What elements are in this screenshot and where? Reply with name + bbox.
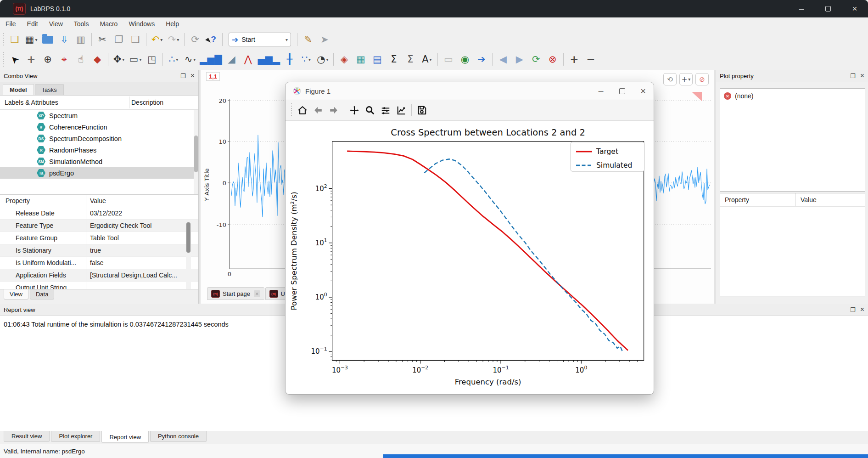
column-divider[interactable] [129, 96, 129, 108]
tool-macro-execute[interactable]: ➤ [317, 32, 332, 47]
tree-item-psdErgo[interactable]: TapsdErgo [0, 167, 198, 179]
window-maximize-button[interactable] [815, 0, 841, 17]
window-close-button[interactable]: × [841, 0, 868, 17]
tool-plot-area[interactable]: ◢ [224, 51, 239, 67]
tool-text-format[interactable]: A▾ [419, 51, 435, 67]
window-minimize-button[interactable]: ─ [788, 0, 815, 17]
menu-help[interactable]: Help [160, 18, 185, 29]
tree-item-Spectrum[interactable]: XPSpectrum [0, 110, 198, 121]
menu-file[interactable]: File [0, 18, 22, 29]
tree-item-RandomPhases[interactable]: RRandomPhases [0, 144, 198, 156]
tool-open-document[interactable] [40, 32, 56, 47]
tool-plot-points[interactable]: ∴▾ [166, 51, 181, 67]
tool-page-refresh[interactable]: ⟳ [528, 51, 544, 67]
tool-selection-box[interactable]: ▭▾ [128, 51, 143, 67]
tool-grid-surface[interactable]: ▦ [353, 51, 369, 67]
tool-select[interactable]: ➤ [7, 51, 22, 67]
menu-tools[interactable]: Tools [68, 18, 95, 29]
tree-scrollbar[interactable] [194, 110, 198, 194]
mdi-sync-view-button[interactable]: ⟲ [663, 73, 677, 85]
figure-minimize-button[interactable]: ─ [590, 82, 611, 100]
home-button[interactable] [295, 102, 310, 119]
back-button[interactable] [310, 102, 326, 119]
menu-windows[interactable]: Windows [123, 18, 160, 29]
figure-maximize-button[interactable] [611, 82, 633, 100]
tool-macro-edit[interactable]: ✎ [300, 32, 316, 47]
tool-web-browser[interactable]: ◉ [457, 51, 473, 67]
tab-result-view[interactable]: Result view [4, 431, 50, 442]
tool-add-point[interactable]: + [23, 51, 39, 67]
tab-close-icon[interactable]: × [254, 290, 260, 297]
mdi-tab-start-page[interactable]: (π)Start page× [207, 287, 264, 300]
tool-plot-scatter[interactable]: ∵▾ [298, 51, 314, 67]
tool-new-spreadsheet[interactable]: ▦▾ [23, 32, 39, 47]
tab-plot-explorer[interactable]: Plot explorer [51, 431, 100, 442]
tree-item-SimulationMethod[interactable]: SMSimulationMethod [0, 156, 198, 167]
mdi-block-updates-button[interactable]: ⊘ [695, 73, 709, 85]
tool-plot-curve[interactable]: ⋀ [240, 51, 256, 67]
tool-pill[interactable]: ▭ [441, 51, 456, 67]
tool-table-edit[interactable]: ▤ [370, 51, 385, 67]
tool-crosshair[interactable]: ⌖ [56, 51, 72, 67]
tool-fit-view[interactable]: ◳ [144, 51, 160, 67]
tool-refresh[interactable]: ⟳ [187, 32, 203, 47]
tool-move-mode[interactable]: ✥▾ [111, 51, 127, 67]
tool-plot-line[interactable]: ∿▾ [182, 51, 198, 67]
dock-close-icon[interactable]: × [190, 72, 195, 80]
property-row[interactable]: Feature GroupTable Tool [0, 232, 198, 244]
tool-print[interactable]: ▥ [73, 32, 89, 47]
tab-report-view[interactable]: Report view [101, 431, 149, 443]
tool-solid-hexahedron[interactable]: ◈ [336, 51, 352, 67]
tool-table-sum[interactable]: Σ [386, 51, 402, 67]
tool-save-document[interactable]: ⇩ [56, 32, 72, 47]
toolbar-handle[interactable] [2, 33, 5, 46]
property-row[interactable]: Application Fields[Structural Design,Loa… [0, 269, 198, 282]
tool-plot-pie[interactable]: ◔▾ [315, 51, 330, 67]
tool-zoom-out[interactable]: − [583, 51, 599, 67]
tool-sigma[interactable]: Σ [403, 51, 418, 67]
save-button[interactable] [414, 102, 430, 119]
menu-edit[interactable]: Edit [22, 18, 44, 29]
tab-python-console[interactable]: Python console [150, 431, 207, 442]
tool-zoom-in[interactable]: + [566, 51, 582, 67]
dock-close-icon[interactable]: × [860, 305, 864, 314]
subplots-button[interactable] [378, 102, 393, 119]
property-scrollbar[interactable] [186, 221, 191, 289]
tree-item-CoherenceFunction[interactable]: #CoherenceFunction [0, 121, 198, 133]
workbench-selector[interactable]: ➔ Start ▾ [229, 33, 291, 46]
tool-center-view[interactable]: ⊕ [40, 51, 56, 67]
tab-model[interactable]: Model [3, 84, 34, 95]
property-row[interactable]: Feature TypeErgodicity Check Tool [0, 220, 198, 232]
customize-button[interactable] [393, 102, 409, 119]
tool-go-forward[interactable]: ➔ [474, 51, 489, 67]
dock-float-icon[interactable]: ❐ [850, 73, 856, 79]
tool-plot-histogram[interactable]: ▄▆▂ [257, 51, 280, 67]
tool-cut[interactable]: ✂ [95, 32, 110, 47]
mdi-add-plot-button[interactable]: +▾ [679, 73, 693, 85]
property-row[interactable]: Is Stationarytrue [0, 244, 198, 257]
tool-undo[interactable]: ↶▾ [149, 32, 165, 47]
tab-tasks[interactable]: Tasks [35, 84, 64, 95]
figure-titlebar[interactable]: Figure 1 ─ × [286, 82, 654, 100]
pan-button[interactable] [347, 102, 362, 119]
property-row[interactable]: Release Date03/12/2022 [0, 207, 198, 220]
tool-copy[interactable]: ❐ [111, 32, 127, 47]
figure-close-button[interactable]: × [633, 82, 654, 100]
toolbar-handle[interactable] [290, 103, 293, 118]
tool-plot-errorbars[interactable]: ╂ [282, 51, 297, 67]
tool-pan-hand[interactable]: ☝ [73, 51, 89, 67]
tool-paste[interactable]: ❑ [128, 32, 143, 47]
tool-new-document[interactable]: ❏ [7, 32, 22, 47]
tool-nav-forward[interactable]: ▶ [512, 51, 527, 67]
forward-button[interactable] [326, 102, 342, 119]
tool-nav-back[interactable]: ◀ [495, 51, 511, 67]
tab-view[interactable]: View [4, 289, 28, 300]
dock-float-icon[interactable]: ❐ [180, 73, 186, 79]
tool-box-red[interactable]: ◆ [90, 51, 105, 67]
tool-redo[interactable]: ↷▾ [166, 32, 181, 47]
figure-canvas[interactable]: Cross Spectrum between Locations 2 and 2… [286, 121, 653, 394]
dock-float-icon[interactable]: ❐ [850, 306, 856, 313]
zoom-button[interactable] [362, 102, 378, 119]
property-row[interactable]: Output Unit String [0, 282, 198, 289]
tool-whats-this[interactable]: ? [204, 32, 219, 47]
